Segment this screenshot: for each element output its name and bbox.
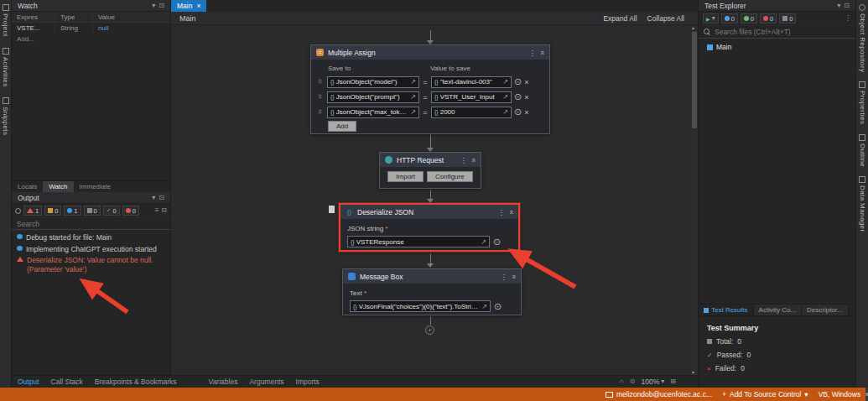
filter-trace[interactable]: 0 <box>84 206 101 216</box>
expand-editor-icon[interactable]: ↗ <box>410 93 416 101</box>
text-field[interactable]: {} VJsonFinal("choices")(0)("text").ToSt… <box>350 300 491 312</box>
remove-row-icon[interactable]: × <box>524 108 528 117</box>
tab-variables[interactable]: Variables <box>203 376 244 388</box>
assign-value-field[interactable]: {} "text-davinci-003" ↗ <box>431 76 512 88</box>
http-request-header[interactable]: HTTP Request ⋮ « <box>380 153 481 167</box>
advanced-editor-button[interactable]: ⊙ <box>514 107 522 117</box>
watch-add-row[interactable]: Add... <box>12 34 170 44</box>
pin-icon[interactable]: ⊡ <box>159 3 164 9</box>
tab-immediate[interactable]: Immediate <box>74 181 117 192</box>
badge-total-tests[interactable]: 0 <box>721 13 738 23</box>
list-view-icon[interactable]: ≡ <box>155 207 159 214</box>
tab-arguments[interactable]: Arguments <box>243 376 289 388</box>
scrollbar-thumb[interactable] <box>692 32 697 128</box>
configure-button[interactable]: Configure <box>427 171 473 182</box>
tab-test-results[interactable]: Test Results <box>699 305 754 315</box>
fit-to-screen-icon[interactable]: ⊞ <box>670 378 676 385</box>
advanced-editor-button[interactable]: ⊙ <box>494 302 502 311</box>
activity-multiple-assign[interactable]: = Multiple Assign ⋮ « Save to Value to s… <box>310 44 550 134</box>
canvas-scrollbar[interactable]: ▴ ▾ <box>691 25 698 375</box>
signed-in-user[interactable]: melizondob@ucenfotec.ac.c... <box>600 388 717 401</box>
message-box-header[interactable]: Message Box ⋮ « <box>343 269 521 284</box>
sidebar-item-object-repository[interactable]: Object Repository <box>859 4 866 72</box>
options-menu-icon[interactable]: ⋮ <box>460 156 467 164</box>
assign-to-field[interactable]: {} JsonObject("max_tokens") ↗ <box>327 107 419 118</box>
run-tests-button[interactable]: ▶ ▾ <box>703 13 719 23</box>
collapse-activity-icon[interactable]: « <box>507 210 515 214</box>
design-surface[interactable]: + = Multiple Assign ⋮ « Save to Value to… <box>171 25 691 375</box>
expand-all-button[interactable]: Expand All <box>598 14 642 23</box>
badge-notrun-tests[interactable]: 0 <box>779 13 796 23</box>
expand-editor-icon[interactable]: ↗ <box>502 108 508 116</box>
tab-output[interactable]: Output <box>12 376 45 388</box>
tab-watch[interactable]: Watch <box>43 181 73 192</box>
assign-to-field[interactable]: {} JsonObject("prompt") ↗ <box>327 91 419 103</box>
assign-to-field[interactable]: {} JsonObject("model") ↗ <box>327 76 419 88</box>
expand-editor-icon[interactable]: ↗ <box>502 78 508 86</box>
remove-row-icon[interactable]: × <box>524 93 528 102</box>
project-runtime-label[interactable]: VB, Windows <box>813 388 866 401</box>
deserialize-json-header[interactable]: {} Deserialize JSON ⋮ « <box>340 205 518 219</box>
activity-message-box[interactable]: Message Box ⋮ « Text * {} VJsonFinal("ch… <box>342 268 522 315</box>
filter-success[interactable]: ✓0 <box>103 206 120 216</box>
kebab-icon[interactable]: ⋮ <box>845 15 851 22</box>
sidebar-item-activities[interactable]: Activities <box>2 48 9 87</box>
tab-activity-coverage[interactable]: Activity Co... <box>754 305 802 315</box>
remove-row-icon[interactable]: × <box>524 78 528 86</box>
clear-output-icon[interactable]: ⊟ <box>161 207 167 214</box>
advanced-editor-button[interactable]: ⊙ <box>514 92 522 102</box>
expand-editor-icon[interactable]: ↗ <box>410 78 416 86</box>
drag-handle-icon[interactable]: ⠿ <box>318 109 325 116</box>
sidebar-item-data-manager[interactable]: Data Manager <box>859 176 866 232</box>
import-button[interactable]: Import <box>387 171 424 182</box>
multiple-assign-header[interactable]: = Multiple Assign ⋮ « <box>311 45 549 60</box>
test-explorer-search-input[interactable] <box>715 28 850 36</box>
add-to-source-control-button[interactable]: + Add To Source Control ▾ <box>717 388 813 401</box>
chevron-down-icon[interactable]: ▾ <box>837 3 840 9</box>
magnet-icon[interactable]: ∩ <box>619 378 624 385</box>
timestamps-toggle-icon[interactable] <box>15 208 21 214</box>
chevron-down-icon[interactable]: ▾ <box>152 3 155 9</box>
zoom-level-select[interactable]: 100% ▾ <box>642 378 665 386</box>
tab-imports[interactable]: Imports <box>290 376 325 388</box>
sidebar-item-properties[interactable]: Properties <box>859 81 866 124</box>
watch-row[interactable]: VSTE... String null <box>12 23 170 34</box>
output-search-input[interactable] <box>17 220 165 228</box>
json-string-field[interactable]: {} VSTEResponse ↗ <box>347 236 490 247</box>
expand-editor-icon[interactable]: ↗ <box>481 238 486 246</box>
add-assign-button[interactable]: Add <box>328 121 356 132</box>
document-tab-main[interactable]: Main × <box>171 0 206 12</box>
options-menu-icon[interactable]: ⋮ <box>500 273 507 281</box>
tab-breakpoints[interactable]: Breakpoints & Bookmarks <box>89 376 183 388</box>
log-message[interactable]: Debug started for file: Main <box>17 233 165 242</box>
filter-warnings[interactable]: 0 <box>44 206 61 216</box>
badge-passed-tests[interactable]: 0 <box>741 13 757 23</box>
collapse-activity-icon[interactable]: « <box>469 158 477 162</box>
drag-handle-icon[interactable]: ⠿ <box>318 79 325 86</box>
add-activity-button[interactable]: + <box>425 325 434 335</box>
focus-icon[interactable]: ⊙ <box>630 378 636 385</box>
assign-value-field[interactable]: {} 2000 ↗ <box>431 107 512 118</box>
sidebar-item-outline[interactable]: Outline <box>859 134 866 167</box>
expand-editor-icon[interactable]: ↗ <box>502 93 508 101</box>
advanced-editor-button[interactable]: ⊙ <box>493 237 501 247</box>
breadcrumb[interactable]: Main <box>179 14 196 23</box>
activity-deserialize-json[interactable]: {} Deserialize JSON ⋮ « JSON string * {}… <box>339 203 520 252</box>
options-menu-icon[interactable]: ⋮ <box>528 49 536 57</box>
collapse-all-button[interactable]: Collapse All <box>642 14 689 23</box>
badge-failed-tests[interactable]: 0 <box>760 13 777 23</box>
tab-locals[interactable]: Locals <box>12 181 43 192</box>
pin-icon[interactable]: ⊡ <box>159 195 164 201</box>
activity-http-request[interactable]: HTTP Request ⋮ « Import Configure <box>379 152 481 189</box>
close-tab-icon[interactable]: × <box>196 2 200 10</box>
filter-info[interactable]: 1 <box>64 206 81 216</box>
collapse-activity-icon[interactable]: « <box>538 50 546 55</box>
log-message[interactable]: Implementing ChatGPT execution started <box>17 245 165 254</box>
filter-failed[interactable]: 0 <box>122 206 139 216</box>
collapse-activity-icon[interactable]: « <box>509 274 517 279</box>
log-message-error[interactable]: Deserialize JSON: Value cannot be null. … <box>17 256 165 273</box>
filter-errors[interactable]: 1 <box>23 206 42 216</box>
expand-editor-icon[interactable]: ↗ <box>410 108 416 116</box>
drag-handle-icon[interactable]: ⠿ <box>318 94 325 101</box>
scroll-up-icon[interactable]: ▴ <box>692 25 694 30</box>
